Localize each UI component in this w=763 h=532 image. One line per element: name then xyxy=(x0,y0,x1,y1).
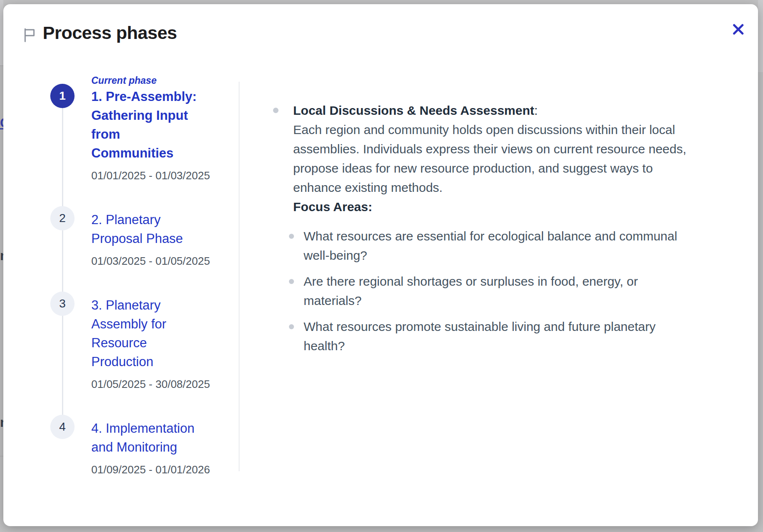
focus-area-text: What resources are essential for ecologi… xyxy=(304,227,677,265)
description-paragraph: Each region and community holds open dis… xyxy=(293,120,686,197)
focus-area-text: What resources promote sustainable livin… xyxy=(304,317,655,356)
phase-3-number-badge: 3 xyxy=(50,292,75,316)
phase-2-dates: 01/03/2025 - 01/05/2025 xyxy=(91,255,221,267)
phase-number: 1 xyxy=(59,89,66,103)
phase-3-dates: 01/05/2025 - 30/08/2025 xyxy=(91,378,221,390)
process-phases-modal: Process phases 1 Current phase 1. Pre-As… xyxy=(3,4,758,526)
phase-2-number-badge: 2 xyxy=(50,206,75,230)
close-icon xyxy=(733,24,744,36)
focus-areas-heading: Focus Areas: xyxy=(293,197,686,217)
description-heading: Local Discussions & Needs Assessment xyxy=(293,103,534,117)
timeline-phase-4: 4 4. Implementation and Monitoring 01/09… xyxy=(50,419,218,476)
focus-area-item: Are there regional shortages or surpluse… xyxy=(273,272,755,310)
phase-number: 2 xyxy=(59,212,66,225)
bullet-dot xyxy=(289,279,294,284)
phase-2-title-link[interactable]: 2. Planetary Proposal Phase xyxy=(91,210,209,248)
focus-area-item: What resources are essential for ecologi… xyxy=(273,227,755,265)
description-text: Local Discussions & Needs Assessment: Ea… xyxy=(293,101,686,217)
phase-description: Local Discussions & Needs Assessment: Ea… xyxy=(273,101,755,362)
description-bullet: Local Discussions & Needs Assessment: Ea… xyxy=(273,101,755,217)
phase-timeline: 1 Current phase 1. Pre-Assembly: Gatheri… xyxy=(50,74,218,476)
focus-area-text: Are there regional shortages or surpluse… xyxy=(304,272,638,310)
screen: G n n Process phases 1 xyxy=(0,0,763,532)
phase-4-dates: 01/09/2025 - 01/01/2026 xyxy=(91,463,221,476)
background-text-fragment: n xyxy=(0,248,3,263)
close-button[interactable] xyxy=(728,20,748,40)
background-section-seam xyxy=(0,456,3,457)
phase-number: 4 xyxy=(59,420,66,434)
timeline-phase-3: 3 3. Planetary Assembly for Resource Pro… xyxy=(50,296,218,390)
phase-4-number-badge: 4 xyxy=(50,415,75,439)
timeline-phase-1: 1 Current phase 1. Pre-Assembly: Gatheri… xyxy=(50,74,218,182)
phase-1-dates: 01/01/2025 - 01/03/2025 xyxy=(91,169,221,182)
phase-4-title-link[interactable]: 4. Implementation and Monitoring xyxy=(91,419,209,457)
focus-area-item: What resources promote sustainable livin… xyxy=(273,317,755,356)
current-phase-label: Current phase xyxy=(91,74,218,87)
phase-1-title-link[interactable]: 1. Pre-Assembly: Gathering Input from Co… xyxy=(91,87,209,163)
bullet-dot xyxy=(289,234,294,239)
background-section-band xyxy=(758,0,763,72)
bullet-dot xyxy=(273,108,278,113)
flag-icon xyxy=(22,28,37,43)
vertical-divider xyxy=(239,82,240,471)
background-section-band xyxy=(0,0,3,65)
bullet-dot xyxy=(289,324,294,329)
phase-number: 3 xyxy=(59,297,66,310)
description-heading-colon: : xyxy=(534,103,538,117)
focus-areas-list: What resources are essential for ecologi… xyxy=(273,227,755,356)
background-text-fragment: n xyxy=(0,415,3,430)
background-section-seam xyxy=(0,65,3,66)
modal-title: Process phases xyxy=(43,22,177,44)
phase-1-number-badge: 1 xyxy=(50,84,75,108)
timeline-phase-2: 2 2. Planetary Proposal Phase 01/03/2025… xyxy=(50,210,218,267)
phase-3-title-link[interactable]: 3. Planetary Assembly for Resource Produ… xyxy=(91,296,209,371)
